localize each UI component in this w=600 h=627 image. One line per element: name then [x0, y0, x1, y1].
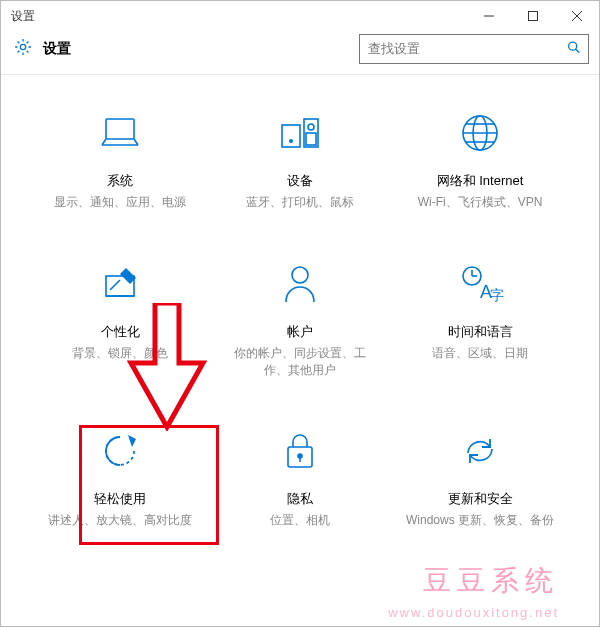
lock-icon [282, 429, 318, 477]
search-icon [566, 39, 582, 58]
settings-grid: 系统 显示、通知、应用、电源 设备 蓝牙、打印机、鼠标 网络和 Internet… [1, 110, 599, 529]
svg-rect-12 [306, 133, 316, 145]
tile-title: 帐户 [220, 323, 380, 341]
svg-text:字: 字 [490, 287, 504, 303]
tile-desc: 语音、区域、日期 [400, 345, 560, 362]
maximize-button[interactable] [511, 1, 555, 31]
settings-home: 系统 显示、通知、应用、电源 设备 蓝牙、打印机、鼠标 网络和 Internet… [1, 75, 599, 627]
tile-desc: 位置、相机 [220, 512, 380, 529]
tile-desc: 蓝牙、打印机、鼠标 [220, 194, 380, 211]
tile-update-security[interactable]: 更新和安全 Windows 更新、恢复、备份 [400, 428, 560, 529]
tile-title: 轻松使用 [40, 490, 200, 508]
tile-title: 个性化 [40, 323, 200, 341]
svg-rect-8 [282, 125, 300, 147]
tile-desc: Windows 更新、恢复、备份 [400, 512, 560, 529]
laptop-icon [96, 113, 144, 157]
globe-icon [458, 111, 502, 159]
tile-accounts[interactable]: 帐户 你的帐户、同步设置、工作、其他用户 [220, 261, 380, 379]
close-button[interactable] [555, 1, 599, 31]
tile-title: 更新和安全 [400, 490, 560, 508]
window-titlebar: 设置 [1, 1, 599, 31]
tile-network[interactable]: 网络和 Internet Wi-Fi、飞行模式、VPN [400, 110, 560, 211]
minimize-button[interactable] [467, 1, 511, 31]
watermark-text: 豆豆系统 [423, 562, 559, 600]
tile-devices[interactable]: 设备 蓝牙、打印机、鼠标 [220, 110, 380, 211]
tile-desc: 你的帐户、同步设置、工作、其他用户 [220, 345, 380, 379]
tile-privacy[interactable]: 隐私 位置、相机 [220, 428, 380, 529]
svg-point-11 [308, 124, 314, 130]
ease-of-access-icon [98, 429, 142, 477]
tile-system[interactable]: 系统 显示、通知、应用、电源 [40, 110, 200, 211]
tile-time-language[interactable]: A 字 时间和语言 语音、区域、日期 [400, 261, 560, 379]
svg-point-27 [298, 454, 302, 458]
search-input[interactable]: 查找设置 [359, 34, 589, 64]
tile-title: 隐私 [220, 490, 380, 508]
tile-title: 系统 [40, 172, 200, 190]
person-icon [280, 262, 320, 310]
tile-ease-of-access[interactable]: 轻松使用 讲述人、放大镜、高对比度 [40, 428, 200, 529]
app-toolbar: 设置 查找设置 [1, 31, 599, 75]
svg-rect-7 [106, 119, 134, 139]
svg-line-6 [576, 49, 580, 53]
tile-title: 网络和 Internet [400, 172, 560, 190]
gear-icon [13, 37, 33, 61]
update-icon [458, 429, 502, 477]
app-title: 设置 [43, 40, 359, 58]
svg-point-9 [290, 140, 292, 142]
svg-point-4 [20, 44, 25, 49]
window-title: 设置 [11, 8, 467, 25]
tile-personalization[interactable]: 个性化 背景、锁屏、颜色 [40, 261, 200, 379]
tile-title: 设备 [220, 172, 380, 190]
tile-desc: 背景、锁屏、颜色 [40, 345, 200, 362]
tile-title: 时间和语言 [400, 323, 560, 341]
window-controls [467, 1, 599, 31]
paint-icon [98, 264, 142, 308]
watermark-url: www.doudouxitong.net [388, 605, 559, 620]
svg-line-19 [110, 280, 120, 290]
tile-desc: 显示、通知、应用、电源 [40, 194, 200, 211]
svg-point-5 [569, 42, 577, 50]
devices-icon [276, 113, 324, 157]
tile-desc: 讲述人、放大镜、高对比度 [40, 512, 200, 529]
svg-point-20 [292, 267, 308, 283]
svg-rect-1 [529, 12, 538, 21]
search-placeholder: 查找设置 [368, 40, 420, 58]
tile-desc: Wi-Fi、飞行模式、VPN [400, 194, 560, 211]
time-language-icon: A 字 [456, 262, 504, 310]
